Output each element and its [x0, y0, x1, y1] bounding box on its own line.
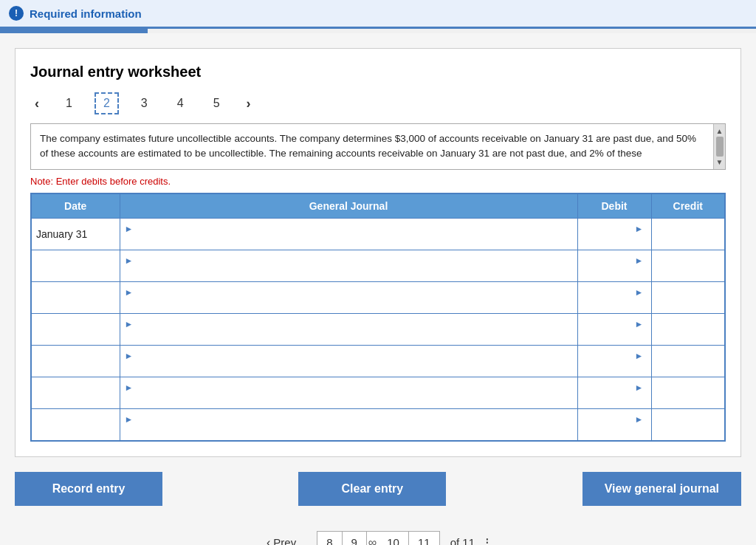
arrow-icon: ►	[125, 256, 134, 266]
col-debit: Debit	[577, 193, 651, 219]
main-content: Journal entry worksheet ‹ 1 2 3 4 5 › Th…	[0, 33, 756, 521]
clear-entry-button[interactable]: Clear entry	[298, 472, 446, 506]
scroll-up-icon[interactable]: ▲	[716, 126, 724, 137]
prev-label: Prev	[273, 536, 296, 545]
arrow-icon: ►	[125, 287, 134, 298]
journal-input-4[interactable]	[125, 330, 573, 341]
credit-cell-2	[651, 250, 725, 281]
date-cell-3	[31, 281, 120, 313]
page-9[interactable]: 9	[343, 532, 367, 546]
arrow-icon: ►	[635, 414, 644, 425]
prev-link[interactable]: ‹ Prev	[267, 536, 296, 546]
debit-input-5[interactable]	[583, 362, 647, 373]
description-box: The company estimates future uncollectib…	[30, 123, 726, 170]
journal-cell-5: ►	[120, 345, 577, 377]
table-row: ► ►	[31, 377, 725, 408]
note-text: Note: Enter debits before credits.	[30, 176, 726, 187]
credit-input-7[interactable]	[656, 419, 721, 431]
page-numbers: 8 9 ∞ 10 11	[317, 531, 439, 546]
tab-5[interactable]: 5	[206, 94, 227, 113]
table-row: ► ►	[31, 408, 725, 441]
credit-input-1[interactable]	[656, 229, 721, 240]
tab-4[interactable]: 4	[170, 94, 191, 113]
credit-cell-6	[651, 377, 725, 408]
journal-input-3[interactable]	[125, 298, 573, 309]
required-info-title: Required information	[30, 7, 142, 20]
credit-cell-4	[651, 313, 725, 345]
debit-cell-7: ►	[577, 408, 651, 441]
tab-1[interactable]: 1	[58, 94, 80, 113]
table-row: January 31 ► ►	[31, 218, 725, 250]
debit-input-7[interactable]	[583, 425, 647, 436]
debit-cell-4: ►	[577, 313, 651, 345]
arrow-icon: ►	[125, 383, 134, 393]
journal-cell-2: ►	[120, 250, 577, 281]
nex-label: Nex	[729, 542, 749, 546]
view-journal-button[interactable]: View general journal	[583, 472, 741, 506]
arrow-icon: ►	[635, 256, 644, 266]
description-text: The company estimates future uncollectib…	[40, 133, 696, 159]
journal-input-2[interactable]	[125, 267, 573, 278]
arrow-icon: ►	[635, 287, 644, 298]
arrow-icon: ►	[635, 383, 644, 393]
required-info-bar: ! Required information	[0, 0, 756, 29]
debit-input-2[interactable]	[583, 267, 647, 278]
journal-input-5[interactable]	[125, 362, 573, 373]
tab-nav: ‹ 1 2 3 4 5 ›	[30, 92, 726, 114]
scrollbar[interactable]: ▲ ▼	[713, 124, 725, 169]
date-cell-6	[31, 377, 120, 408]
arrow-icon: ►	[635, 319, 644, 329]
scroll-thumb[interactable]	[716, 137, 724, 157]
table-row: ► ►	[31, 345, 725, 377]
grid-icon[interactable]: ⁝	[485, 535, 489, 546]
credit-cell-3	[651, 281, 725, 313]
action-buttons: Record entry Clear entry View general jo…	[15, 472, 741, 506]
journal-cell-1: ►	[120, 218, 577, 250]
nex-link[interactable]: Nex	[729, 542, 749, 546]
col-credit: Credit	[651, 193, 725, 219]
debit-input-4[interactable]	[583, 330, 647, 341]
journal-cell-7: ►	[120, 408, 577, 441]
page-11[interactable]: 11	[409, 532, 439, 546]
link-symbol: ∞	[367, 532, 378, 546]
date-cell-2	[31, 250, 120, 281]
tab-next-arrow[interactable]: ›	[242, 95, 255, 113]
credit-input-5[interactable]	[656, 356, 721, 367]
page-8[interactable]: 8	[317, 532, 342, 546]
arrow-icon: ►	[125, 319, 134, 329]
arrow-icon: ►	[125, 351, 134, 361]
credit-input-4[interactable]	[656, 324, 721, 335]
debit-input-1[interactable]	[583, 235, 647, 246]
journal-table: Date General Journal Debit Credit Januar…	[30, 193, 726, 442]
debit-input-3[interactable]	[583, 298, 647, 309]
col-journal: General Journal	[120, 193, 577, 219]
date-cell-5	[31, 345, 120, 377]
debit-input-6[interactable]	[583, 394, 647, 405]
arrow-icon: ►	[635, 224, 644, 234]
tab-2[interactable]: 2	[94, 92, 119, 114]
credit-cell-7	[651, 408, 725, 441]
credit-cell-1	[651, 218, 725, 250]
table-row: ► ►	[31, 250, 725, 281]
journal-cell-4: ►	[120, 313, 577, 345]
date-cell-4	[31, 313, 120, 345]
journal-input-1[interactable]	[125, 235, 573, 246]
debit-cell-6: ►	[577, 377, 651, 408]
arrow-icon: ►	[125, 414, 134, 425]
journal-input-6[interactable]	[125, 394, 573, 405]
worksheet-title: Journal entry worksheet	[30, 64, 726, 80]
record-entry-button[interactable]: Record entry	[15, 472, 162, 506]
credit-input-6[interactable]	[656, 388, 721, 399]
page-10[interactable]: 10	[378, 532, 409, 546]
scroll-down-icon[interactable]: ▼	[716, 157, 724, 168]
arrow-icon: ►	[125, 224, 134, 234]
tab-prev-arrow[interactable]: ‹	[30, 95, 44, 113]
table-row: ► ►	[31, 281, 725, 313]
credit-input-3[interactable]	[656, 292, 721, 304]
journal-input-7[interactable]	[125, 425, 573, 436]
tab-3[interactable]: 3	[134, 94, 155, 113]
journal-cell-6: ►	[120, 377, 577, 408]
col-date: Date	[31, 193, 120, 219]
credit-cell-5	[651, 345, 725, 377]
credit-input-2[interactable]	[656, 261, 721, 272]
